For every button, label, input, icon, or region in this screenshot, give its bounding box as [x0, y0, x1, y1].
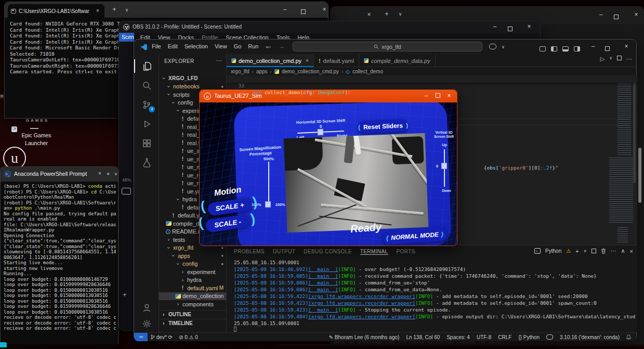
editor-tab-default-yaml[interactable]: ! default.yaml: [314, 54, 359, 67]
new-terminal-icon[interactable]: +: [575, 248, 579, 254]
h-shift-handle[interactable]: [318, 129, 324, 135]
source-control-icon[interactable]: 3: [134, 96, 159, 113]
breadcrumb[interactable]: xrgo_lfd› apps› demo_collection_cmd.py› …: [231, 67, 383, 75]
maximize-icon[interactable]: [508, 24, 512, 33]
menu-item[interactable]: View: [215, 43, 227, 50]
forward-arrow-icon[interactable]: →: [279, 43, 285, 50]
indentation-item[interactable]: Spaces: 4: [446, 334, 469, 340]
chevron-down-icon[interactable]: ∨: [110, 171, 122, 177]
toggle-sidebar-icon[interactable]: [551, 46, 557, 51]
eol-item[interactable]: CRLF: [498, 334, 511, 340]
minimize-icon[interactable]: –: [489, 23, 501, 30]
chevron-down-icon[interactable]: ∨: [121, 7, 133, 13]
file-tree-item[interactable]: › components: [159, 300, 227, 308]
terminal-log-output[interactable]: 25.05.08_16.15.09\0001[2025-05-08 16:16:…: [234, 259, 635, 332]
close-icon[interactable]: ×: [319, 6, 330, 12]
v-shift-handle[interactable]: [441, 163, 447, 169]
menu-item[interactable]: Run: [248, 43, 258, 50]
customize-layout-icons[interactable]: [534, 44, 580, 54]
chevron-down-icon[interactable]: ∨: [497, 44, 509, 50]
menu-item[interactable]: File: [152, 43, 161, 50]
maximize-icon[interactable]: [432, 93, 443, 99]
panel-tab[interactable]: PROBLEMS: [234, 249, 265, 254]
settings-gear-icon[interactable]: [134, 315, 159, 332]
chevron-down-icon[interactable]: ∨: [395, 11, 406, 17]
magnification-track[interactable]: [268, 162, 269, 205]
vscode-titlebar[interactable]: FileEditSelectionViewGoRun⋯ ← → xrgo_lfd…: [134, 40, 636, 54]
close-icon[interactable]: ×: [621, 43, 632, 49]
explorer-icon[interactable]: [134, 57, 159, 75]
close-icon[interactable]: ×: [443, 93, 455, 99]
account-icon[interactable]: [134, 299, 159, 316]
maximize-panel-icon[interactable]: ∧: [621, 248, 625, 254]
outline-section[interactable]: OUTLINE: [159, 310, 227, 318]
file-tree-item[interactable]: › XRGO_LFD: [159, 74, 227, 83]
file-tree-item[interactable]: ! default.yaml M: [159, 284, 227, 292]
close-icon[interactable]: ×: [523, 23, 535, 30]
new-tab-icon[interactable]: +: [381, 11, 392, 17]
toggle-secondary-sidebar-icon[interactable]: [574, 46, 580, 51]
close-tab-icon[interactable]: ×: [306, 58, 309, 63]
more-actions-icon[interactable]: ⋯: [611, 248, 616, 254]
chevron-down-icon[interactable]: ∨: [609, 56, 612, 62]
run-debug-icon[interactable]: [134, 115, 159, 133]
search-icon[interactable]: [134, 76, 159, 94]
copilot-status-icon[interactable]: [546, 334, 553, 340]
editor-scrollbar-thumb[interactable]: [633, 76, 636, 183]
kill-terminal-trash-icon[interactable]: [601, 248, 606, 254]
close-panel-icon[interactable]: ×: [630, 248, 633, 254]
add-scene-icon[interactable]: +: [123, 291, 127, 299]
close-icon[interactable]: ×: [630, 11, 642, 18]
terminal-name-label[interactable]: Python: [545, 248, 561, 254]
chevron-down-icon[interactable]: ∨: [584, 249, 587, 253]
git-branch-item[interactable]: dev* ⟳: [151, 334, 173, 340]
search-input[interactable]: xrgo_lfd: [293, 42, 482, 51]
notifications-bell-icon[interactable]: [626, 334, 631, 340]
obs-scene-row[interactable]: Scene: [119, 33, 134, 42]
editor-tab-compile-demo[interactable]: compile_demo_data.py: [359, 54, 436, 67]
reset-sliders-button[interactable]: ( Reset Sliders ): [358, 119, 409, 134]
copilot-icon[interactable]: [489, 44, 496, 49]
minimize-icon[interactable]: –: [420, 93, 432, 99]
more-actions-icon[interactable]: ⋯: [626, 56, 632, 62]
menu-item[interactable]: Go: [234, 43, 242, 50]
close-tab-icon[interactable]: ×: [94, 8, 101, 14]
blame-item[interactable]: ✎ Bhoram Lee (6 months ago): [329, 334, 400, 340]
panel-tab[interactable]: TERMINAL: [360, 249, 388, 254]
problems-item[interactable]: ⊘ 0 ⚠ 0: [179, 334, 198, 340]
file-tree-item[interactable]: demo_collection_cmd...: [159, 292, 227, 301]
sim-viewport[interactable]: Horizontal 3D Screen Shift 0 Left Right …: [200, 102, 457, 245]
menu-item[interactable]: Selection: [185, 43, 208, 50]
new-tab-icon[interactable]: +: [109, 6, 120, 12]
close-tab-icon[interactable]: ×: [363, 11, 375, 18]
minimize-icon[interactable]: –: [587, 43, 599, 49]
scrollbar-thumb[interactable]: [638, 148, 641, 203]
menu-item[interactable]: Edit: [168, 43, 178, 50]
run-python-icon[interactable]: ▷: [600, 56, 604, 62]
more-actions-icon[interactable]: ⋯: [216, 57, 222, 64]
minimize-icon[interactable]: –: [279, 6, 291, 12]
epic-games-launcher-desktop-icon[interactable]: Epic Games Launcher: [0, 132, 73, 147]
toggle-panel-icon[interactable]: [540, 46, 546, 51]
file-tree-item[interactable]: › config ●: [159, 260, 227, 268]
magnification-handle[interactable]: [265, 201, 271, 208]
remote-indicator[interactable]: ><: [134, 333, 148, 341]
testing-icon[interactable]: [134, 153, 159, 171]
back-arrow-icon[interactable]: ←: [265, 43, 271, 50]
language-item[interactable]: {} Python: [518, 334, 540, 340]
split-editor-icon[interactable]: [617, 56, 622, 60]
panel-tab[interactable]: OUTPUT: [273, 249, 296, 254]
maximize-icon[interactable]: [614, 12, 619, 21]
cursor-position-item[interactable]: Ln 138, Col 60: [406, 334, 440, 340]
maximize-icon[interactable]: [605, 44, 610, 53]
panel-tab[interactable]: DEBUG CONSOLE: [304, 249, 351, 254]
encoding-item[interactable]: UTF-8: [477, 334, 491, 340]
minimize-icon[interactable]: –: [595, 11, 607, 18]
panel-tab[interactable]: PORTS: [397, 249, 415, 254]
file-tree-item[interactable]: › apps ●: [159, 252, 227, 260]
editor-tab-demo-collection[interactable]: demo_collection_cmd.py ×: [227, 54, 314, 67]
maximize-icon[interactable]: [301, 7, 306, 16]
obs-titlebar[interactable]: OBS 31.0.2 - Profile: Untitled - Scenes:…: [119, 21, 540, 33]
terminal-tab[interactable]: C:\Users\XRGO-LAB1\Softwar ×: [8, 4, 104, 18]
python-interpreter-item[interactable]: 3.10.16 ('dexman': conda): [560, 334, 620, 340]
